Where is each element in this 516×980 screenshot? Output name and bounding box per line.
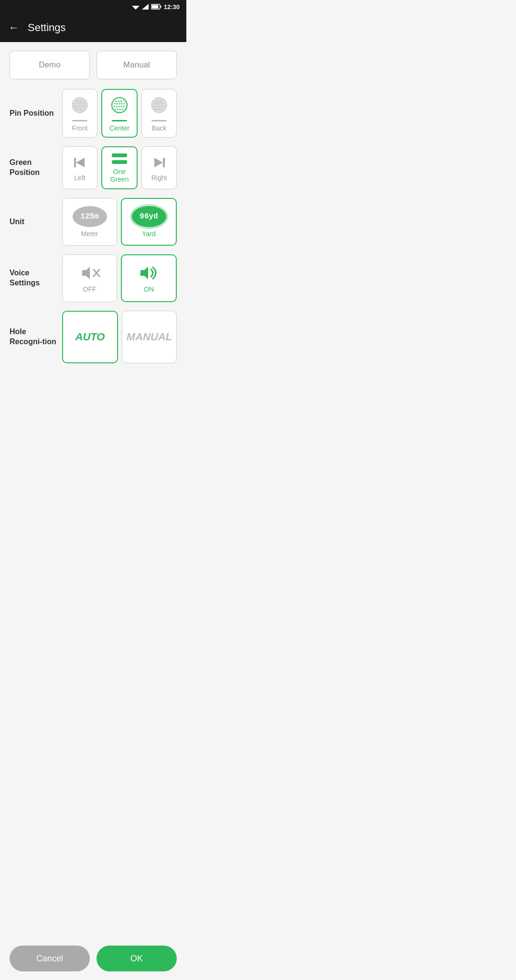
center-golf-ball-icon	[108, 95, 131, 118]
svg-point-5	[72, 98, 87, 113]
back-button[interactable]: ←	[9, 22, 19, 34]
yard-display: 96yd	[132, 206, 166, 227]
green-position-label: Green Position	[10, 158, 57, 178]
top-buttons-row: Demo Manual	[10, 51, 177, 79]
voice-settings-label: Voice Settings	[10, 268, 57, 288]
back-label: Back	[151, 124, 166, 132]
hole-manual-label: MANUAL	[127, 331, 172, 343]
hole-auto-button[interactable]: AUTO	[62, 311, 118, 363]
svg-marker-0	[132, 6, 140, 10]
skip-back-icon	[71, 154, 88, 171]
status-bar: 12:30	[0, 0, 186, 13]
svg-rect-23	[112, 160, 127, 164]
pin-center-button[interactable]: Center	[101, 89, 138, 138]
back-golf-ball-icon	[148, 95, 171, 118]
green-one-label: One Green	[104, 168, 135, 183]
svg-rect-20	[74, 158, 76, 167]
content: Demo Manual Pin Position Front	[0, 42, 186, 420]
hole-recognition-label: Hole Recogni-tion	[10, 327, 57, 347]
pin-back-button[interactable]: Back	[141, 89, 177, 138]
front-line	[72, 120, 87, 121]
status-icons: 12:30	[132, 3, 180, 11]
svg-rect-22	[112, 153, 127, 157]
time-display: 12:30	[164, 3, 180, 11]
svg-rect-24	[163, 158, 165, 167]
one-green-icon	[111, 152, 128, 165]
volume-on-icon	[139, 263, 160, 283]
pin-position-options: Front Center	[62, 89, 177, 138]
pin-front-button[interactable]: Front	[62, 89, 97, 138]
demo-button[interactable]: Demo	[10, 51, 90, 79]
green-one-button[interactable]: One Green	[101, 146, 138, 189]
svg-marker-25	[154, 158, 163, 167]
yard-button[interactable]: 96yd Yard	[121, 198, 177, 246]
green-left-button[interactable]: Left	[62, 146, 97, 189]
wifi-icon	[132, 4, 140, 10]
front-label: Front	[72, 124, 88, 132]
header: ← Settings	[0, 13, 186, 42]
green-right-button[interactable]: Right	[141, 146, 177, 189]
front-icon-wrap	[68, 95, 91, 121]
voice-options: OFF ON	[62, 254, 177, 302]
meter-button[interactable]: 125m Meter	[62, 198, 117, 246]
voice-off-button[interactable]: OFF	[62, 254, 117, 302]
center-label: Center	[109, 124, 129, 132]
unit-label: Unit	[10, 217, 57, 227]
hole-recognition-options: AUTO MANUAL	[62, 311, 177, 363]
page-title: Settings	[28, 22, 66, 34]
voice-on-button[interactable]: ON	[121, 254, 177, 302]
svg-marker-30	[140, 267, 148, 279]
svg-rect-3	[151, 5, 158, 9]
battery-icon	[151, 4, 161, 10]
meter-display: 125m	[73, 206, 107, 227]
pin-position-label: Pin Position	[10, 109, 57, 119]
signal-icon	[142, 4, 149, 10]
unit-row: Unit 125m Meter 96yd Yard	[10, 198, 177, 246]
svg-rect-4	[160, 6, 161, 8]
skip-forward-icon	[150, 154, 168, 171]
svg-point-10	[112, 98, 127, 113]
voice-on-label: ON	[144, 285, 154, 293]
voice-off-label: OFF	[83, 285, 97, 293]
hole-recognition-row: Hole Recogni-tion AUTO MANUAL	[10, 311, 177, 363]
back-icon-wrap	[148, 95, 171, 121]
front-golf-ball-icon	[68, 95, 91, 118]
svg-marker-26	[82, 267, 90, 279]
pin-position-row: Pin Position Front	[10, 89, 177, 138]
unit-options: 125m Meter 96yd Yard	[62, 198, 177, 246]
svg-point-15	[151, 98, 167, 113]
green-right-label: Right	[151, 174, 167, 182]
yard-label: Yard	[142, 230, 156, 238]
center-icon-wrap	[108, 95, 131, 121]
hole-manual-button[interactable]: MANUAL	[122, 311, 177, 363]
voice-settings-row: Voice Settings OFF ON	[10, 254, 177, 302]
green-position-options: Left One Green Right	[62, 146, 177, 189]
green-left-label: Left	[74, 174, 85, 182]
volume-off-icon	[79, 263, 100, 283]
hole-auto-label: AUTO	[75, 331, 105, 343]
center-line	[112, 120, 127, 121]
manual-button[interactable]: Manual	[97, 51, 177, 79]
green-position-row: Green Position Left One Green	[10, 146, 177, 189]
svg-marker-21	[76, 158, 85, 167]
svg-marker-1	[142, 4, 149, 10]
back-line	[151, 120, 167, 121]
meter-label: Meter	[81, 230, 98, 238]
